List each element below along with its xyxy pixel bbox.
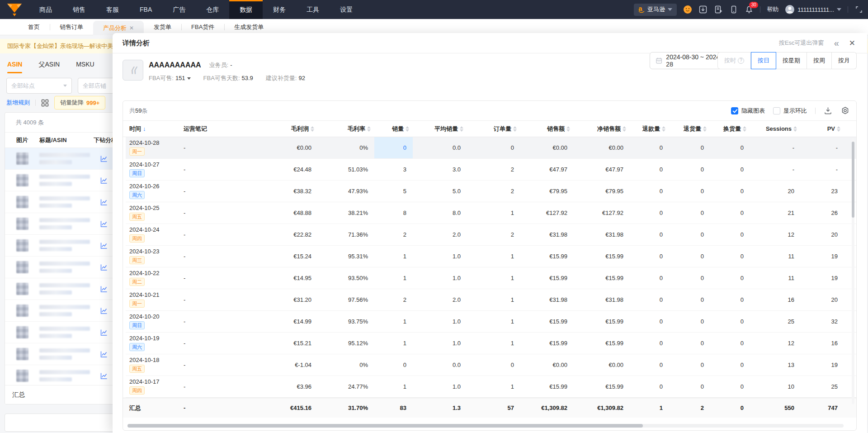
- trend-chart-icon[interactable]: [100, 176, 108, 185]
- trend-chart-icon[interactable]: [100, 198, 108, 206]
- value-cell: 0: [630, 159, 669, 180]
- view-按日[interactable]: 按日: [751, 52, 776, 69]
- col-header-时间[interactable]: 时间↓: [126, 121, 180, 137]
- trend-chart-icon[interactable]: [100, 350, 108, 358]
- trend-chart-icon[interactable]: [100, 220, 108, 228]
- asin-tab-父ASIN[interactable]: 父ASIN: [38, 61, 60, 73]
- value-cell: 0: [630, 333, 669, 354]
- trend-chart-icon[interactable]: [100, 242, 108, 250]
- help-link[interactable]: 帮助: [767, 5, 778, 14]
- blurred-line: [39, 160, 72, 164]
- nav-item-财务[interactable]: 财务: [263, 0, 296, 19]
- tab-首页[interactable]: 首页: [18, 19, 50, 35]
- sales-drop-filter-chip[interactable]: 销量陡降 999+: [54, 96, 105, 109]
- quantity-link[interactable]: 0: [403, 144, 406, 151]
- close-icon[interactable]: ✕: [849, 38, 855, 48]
- col-header-毛利润[interactable]: 毛利润: [243, 121, 318, 137]
- value-cell: 1: [374, 246, 413, 267]
- trend-chart-icon[interactable]: [100, 328, 108, 337]
- sort-carets-icon: [513, 126, 517, 132]
- rules-row: 新增规则 销量陡降 999+: [6, 96, 105, 109]
- nav-item-设置[interactable]: 设置: [330, 0, 363, 19]
- view-按时[interactable]: 按时?: [717, 52, 751, 69]
- app-logo-icon[interactable]: [0, 0, 29, 19]
- col-title-asin: 标题/ASIN: [39, 136, 94, 144]
- day-of-week-badge: 周六: [129, 191, 145, 199]
- trend-chart-icon[interactable]: [100, 155, 108, 163]
- nav-item-商品[interactable]: 商品: [29, 0, 62, 19]
- horizontal-scrollbar-thumb[interactable]: [127, 424, 643, 428]
- trend-chart-icon[interactable]: [100, 307, 108, 315]
- notification-bell-icon[interactable]: 30: [745, 5, 754, 14]
- col-header-销售额[interactable]: 销售额: [520, 121, 574, 137]
- asin-tab-ASIN[interactable]: ASIN: [7, 61, 22, 73]
- metrics-table-card: 共59条 隐藏图表 显示环比 时间↓运营笔记毛利润: [123, 100, 857, 431]
- col-header-毛利率[interactable]: 毛利率: [318, 121, 374, 137]
- col-header-退货量[interactable]: 退货量: [669, 121, 710, 137]
- tab-销售订单[interactable]: 销售订单: [50, 19, 93, 35]
- title-asin-blurred: [39, 240, 90, 251]
- nav-item-客服[interactable]: 客服: [96, 0, 129, 19]
- nav-item-销售[interactable]: 销售: [62, 0, 96, 19]
- trend-chart-icon[interactable]: [100, 285, 108, 293]
- col-header-订单量[interactable]: 订单量: [467, 121, 520, 137]
- view-label: 按时: [724, 57, 736, 65]
- view-按周[interactable]: 按周: [807, 52, 832, 69]
- value-cell: 3: [374, 159, 413, 180]
- value-cell: 93.50%: [318, 267, 374, 289]
- value-cell: 0: [630, 289, 669, 310]
- value-cell: 93.75%: [318, 311, 374, 332]
- col-header-销量[interactable]: 销量: [374, 121, 413, 137]
- download-center-icon[interactable]: [698, 5, 708, 14]
- col-header-退款量[interactable]: 退款量: [630, 121, 669, 137]
- rule-grid-icon[interactable]: [41, 99, 49, 107]
- site-select[interactable]: 全部站点: [6, 78, 72, 94]
- feedback-note-icon[interactable]: [714, 5, 723, 14]
- nav-item-工具[interactable]: 工具: [296, 0, 330, 19]
- col-header-PV[interactable]: PV: [801, 121, 844, 137]
- nav-item-仓库[interactable]: 仓库: [196, 0, 229, 19]
- vertical-scrollbar-thumb[interactable]: [852, 142, 854, 218]
- col-header-换货量[interactable]: 换货量: [710, 121, 750, 137]
- show-ratio-checkbox[interactable]: 显示环比: [773, 107, 807, 115]
- chip-count: 999+: [86, 100, 99, 106]
- day-of-week-badge: 周四: [129, 386, 145, 395]
- nav-item-数据[interactable]: 数据: [229, 0, 263, 19]
- trend-chart-icon[interactable]: [100, 372, 108, 380]
- col-header-Sessions[interactable]: Sessions: [750, 121, 801, 137]
- col-header-平均销量[interactable]: 平均销量: [413, 121, 467, 137]
- user-menu[interactable]: 11111111111...: [785, 5, 841, 14]
- col-header-净销售额[interactable]: 净销售额: [574, 121, 630, 137]
- collapse-icon[interactable]: «: [834, 38, 839, 48]
- sort-desc-icon: ↓: [143, 125, 146, 132]
- nav-item-广告[interactable]: 广告: [162, 0, 196, 19]
- column-settings-icon[interactable]: [841, 106, 850, 115]
- nav-item-FBA[interactable]: FBA: [129, 0, 162, 19]
- date-value: 2024-10-22: [129, 270, 160, 276]
- value-cell: €31.98: [520, 224, 574, 245]
- store-selector[interactable]: a 亚马逊: [634, 4, 677, 16]
- value-cell: 12: [750, 333, 801, 354]
- drawer-header: 详情分析 按Esc可退出弹窗 « ✕: [113, 33, 867, 53]
- blurred-line: [39, 356, 72, 360]
- nav-right-cluster: a 亚马逊 30 帮助 11111111111...: [634, 0, 863, 19]
- support-smiley-icon[interactable]: [683, 5, 692, 14]
- value-cell: 16: [801, 333, 844, 354]
- hide-chart-label: 隐藏图表: [741, 107, 765, 115]
- view-按月[interactable]: 按月: [832, 52, 857, 69]
- export-download-icon[interactable]: [824, 106, 833, 115]
- trend-chart-icon[interactable]: [100, 263, 108, 271]
- col-label: Sessions: [766, 125, 792, 132]
- salesperson-field: 业务员:-: [209, 61, 232, 69]
- value-cell: 0: [374, 137, 413, 158]
- asin-tab-MSKU[interactable]: MSKU: [76, 61, 94, 73]
- hide-chart-checkbox[interactable]: 隐藏图表: [731, 107, 765, 115]
- chevron-down-icon[interactable]: [187, 77, 191, 80]
- table-row: 2024-10-26周六-€38.3247.93%55.02€79.95€79.…: [126, 181, 856, 202]
- mobile-app-icon[interactable]: [729, 5, 738, 14]
- view-按星期[interactable]: 按星期: [776, 52, 807, 69]
- value-cell: 2: [374, 289, 413, 310]
- fullscreen-icon[interactable]: [854, 5, 863, 14]
- col-label: 净销售额: [597, 125, 621, 133]
- add-rule-link[interactable]: 新增规则: [6, 99, 30, 107]
